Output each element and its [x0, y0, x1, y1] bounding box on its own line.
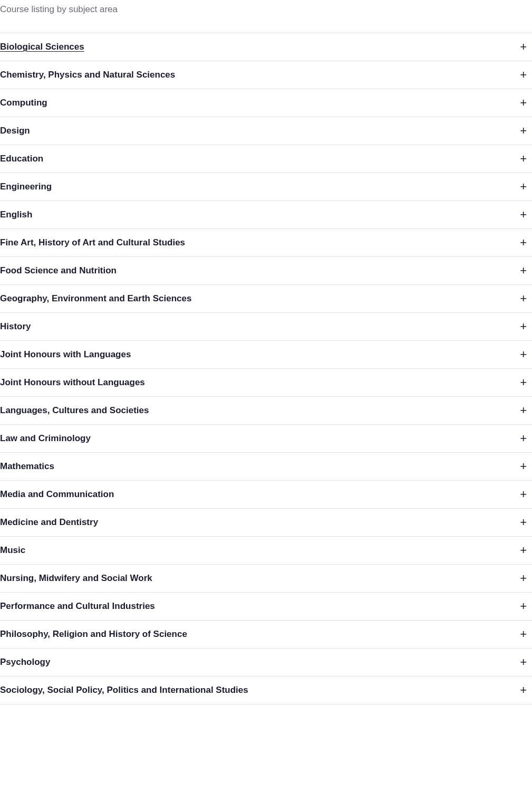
accordion-toggle[interactable]: Biological Sciences+ — [0, 33, 532, 61]
accordion-item: Geography, Environment and Earth Science… — [0, 284, 532, 313]
accordion-label: Computing — [0, 98, 47, 108]
accordion-label: Fine Art, History of Art and Cultural St… — [0, 237, 185, 248]
accordion-label: Nursing, Midwifery and Social Work — [0, 573, 152, 584]
accordion-label: Joint Honours without Languages — [0, 377, 145, 388]
accordion-item: Fine Art, History of Art and Cultural St… — [0, 228, 532, 257]
plus-icon: + — [520, 489, 527, 500]
accordion-label: Sociology, Social Policy, Politics and I… — [0, 685, 248, 695]
accordion-item: Music+ — [0, 536, 532, 565]
plus-icon: + — [520, 377, 527, 388]
accordion-toggle[interactable]: Music+ — [0, 537, 532, 564]
accordion-toggle[interactable]: Psychology+ — [0, 649, 532, 676]
accordion-label: Law and Criminology — [0, 433, 91, 444]
accordion-label: Education — [0, 154, 43, 164]
accordion-label: Joint Honours with Languages — [0, 349, 131, 360]
accordion-item: Performance and Cultural Industries+ — [0, 592, 532, 621]
plus-icon: + — [520, 628, 527, 640]
plus-icon: + — [520, 433, 527, 444]
plus-icon: + — [520, 405, 527, 416]
accordion-item: Joint Honours with Languages+ — [0, 340, 532, 369]
accordion-label: Design — [0, 126, 30, 136]
plus-icon: + — [520, 545, 527, 556]
accordion-toggle[interactable]: Geography, Environment and Earth Science… — [0, 285, 532, 312]
accordion-toggle[interactable]: Fine Art, History of Art and Cultural St… — [0, 229, 532, 256]
plus-icon: + — [520, 181, 527, 193]
accordion-label: Music — [0, 545, 25, 556]
accordion-toggle[interactable]: Education+ — [0, 145, 532, 173]
accordion-label: Mathematics — [0, 461, 54, 472]
plus-icon: + — [520, 321, 527, 332]
accordion-label: Medicine and Dentistry — [0, 517, 98, 528]
accordion-label: Psychology — [0, 657, 50, 668]
accordion-toggle[interactable]: Languages, Cultures and Societies+ — [0, 397, 532, 424]
accordion-item: Design+ — [0, 117, 532, 145]
accordion-item: Philosophy, Religion and History of Scie… — [0, 620, 532, 649]
accordion-label: Engineering — [0, 182, 52, 192]
plus-icon: + — [520, 125, 527, 137]
accordion-item: Medicine and Dentistry+ — [0, 508, 532, 537]
accordion-toggle[interactable]: Joint Honours with Languages+ — [0, 341, 532, 368]
accordion-label: History — [0, 321, 31, 332]
accordion-label: Biological Sciences — [0, 42, 84, 52]
accordion-item: Mathematics+ — [0, 452, 532, 481]
accordion-toggle[interactable]: Design+ — [0, 117, 532, 145]
plus-icon: + — [520, 265, 527, 277]
accordion-toggle[interactable]: Performance and Cultural Industries+ — [0, 593, 532, 620]
plus-icon: + — [520, 601, 527, 612]
plus-icon: + — [520, 97, 527, 109]
accordion-item: Sociology, Social Policy, Politics and I… — [0, 676, 532, 704]
plus-icon: + — [520, 293, 527, 304]
accordion-label: Philosophy, Religion and History of Scie… — [0, 629, 187, 640]
accordion-label: Geography, Environment and Earth Science… — [0, 293, 191, 304]
page-title: Course listing by subject area — [0, 0, 532, 25]
plus-icon: + — [520, 684, 527, 696]
plus-icon: + — [520, 69, 527, 81]
accordion-toggle[interactable]: Law and Criminology+ — [0, 425, 532, 452]
subject-accordion: Biological Sciences+Chemistry, Physics a… — [0, 33, 532, 704]
plus-icon: + — [520, 573, 527, 584]
accordion-toggle[interactable]: Philosophy, Religion and History of Scie… — [0, 621, 532, 648]
plus-icon: + — [520, 41, 527, 53]
plus-icon: + — [520, 209, 527, 221]
accordion-item: Nursing, Midwifery and Social Work+ — [0, 564, 532, 593]
accordion-toggle[interactable]: Engineering+ — [0, 173, 532, 201]
accordion-toggle[interactable]: Joint Honours without Languages+ — [0, 369, 532, 396]
accordion-toggle[interactable]: Mathematics+ — [0, 453, 532, 480]
accordion-item: Joint Honours without Languages+ — [0, 368, 532, 397]
accordion-item: Languages, Cultures and Societies+ — [0, 396, 532, 425]
plus-icon: + — [520, 517, 527, 528]
accordion-item: Chemistry, Physics and Natural Sciences+ — [0, 61, 532, 89]
accordion-item: Education+ — [0, 145, 532, 173]
accordion-toggle[interactable]: History+ — [0, 313, 532, 340]
plus-icon: + — [520, 349, 527, 360]
accordion-label: Languages, Cultures and Societies — [0, 405, 149, 416]
accordion-item: Biological Sciences+ — [0, 33, 532, 61]
plus-icon: + — [520, 656, 527, 668]
accordion-toggle[interactable]: English+ — [0, 201, 532, 228]
accordion-item: Law and Criminology+ — [0, 424, 532, 453]
accordion-label: Food Science and Nutrition — [0, 265, 117, 276]
accordion-item: Computing+ — [0, 89, 532, 117]
accordion-item: History+ — [0, 312, 532, 341]
accordion-item: Food Science and Nutrition+ — [0, 256, 532, 285]
accordion-item: Media and Communication+ — [0, 480, 532, 509]
accordion-label: Chemistry, Physics and Natural Sciences — [0, 70, 175, 80]
plus-icon: + — [520, 153, 527, 165]
accordion-item: Psychology+ — [0, 648, 532, 676]
accordion-toggle[interactable]: Food Science and Nutrition+ — [0, 257, 532, 284]
accordion-toggle[interactable]: Chemistry, Physics and Natural Sciences+ — [0, 61, 532, 89]
plus-icon: + — [520, 461, 527, 472]
accordion-toggle[interactable]: Nursing, Midwifery and Social Work+ — [0, 565, 532, 592]
accordion-toggle[interactable]: Media and Communication+ — [0, 481, 532, 508]
accordion-toggle[interactable]: Computing+ — [0, 89, 532, 117]
accordion-item: English+ — [0, 201, 532, 229]
plus-icon: + — [520, 237, 527, 249]
accordion-label: Performance and Cultural Industries — [0, 601, 155, 612]
accordion-label: English — [0, 209, 32, 220]
accordion-label: Media and Communication — [0, 489, 114, 500]
accordion-toggle[interactable]: Medicine and Dentistry+ — [0, 509, 532, 536]
accordion-item: Engineering+ — [0, 173, 532, 201]
accordion-toggle[interactable]: Sociology, Social Policy, Politics and I… — [0, 676, 532, 704]
